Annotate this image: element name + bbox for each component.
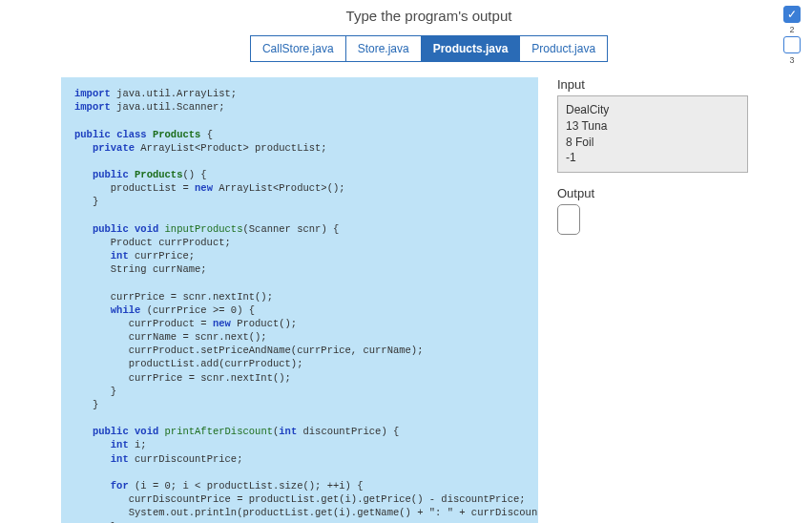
tab-store[interactable]: Store.java (346, 35, 422, 62)
input-line: 13 Tuna (566, 118, 739, 135)
code-viewer: import java.util.ArrayList; import java.… (61, 77, 538, 523)
input-box: DealCity 13 Tuna 8 Foil -1 (557, 95, 748, 173)
input-label: Input (557, 77, 748, 92)
status-box-icon (783, 36, 801, 53)
tab-callstore[interactable]: CallStore.java (250, 35, 346, 62)
side-status-icons: ✓ 2 3 (783, 6, 801, 65)
tab-product[interactable]: Product.java (520, 35, 608, 62)
input-line: 8 Foil (566, 135, 739, 151)
output-label: Output (557, 186, 748, 200)
io-panel: Input DealCity 13 Tuna 8 Foil -1 Output (557, 77, 748, 238)
file-tabs: CallStore.java Store.java Products.java … (61, 35, 797, 62)
status-num-1: 2 (789, 25, 794, 34)
status-num-2: 3 (789, 55, 794, 65)
page-title: Type the program's output (61, 8, 797, 24)
output-input[interactable] (557, 204, 580, 235)
input-line: -1 (566, 150, 739, 166)
status-check-icon: ✓ (783, 6, 801, 23)
content-row: import java.util.ArrayList; import java.… (61, 77, 797, 523)
input-line: DealCity (566, 102, 739, 118)
exercise-container: ✓ 2 3 Type the program's output CallStor… (0, 0, 812, 523)
tab-products[interactable]: Products.java (422, 35, 521, 62)
